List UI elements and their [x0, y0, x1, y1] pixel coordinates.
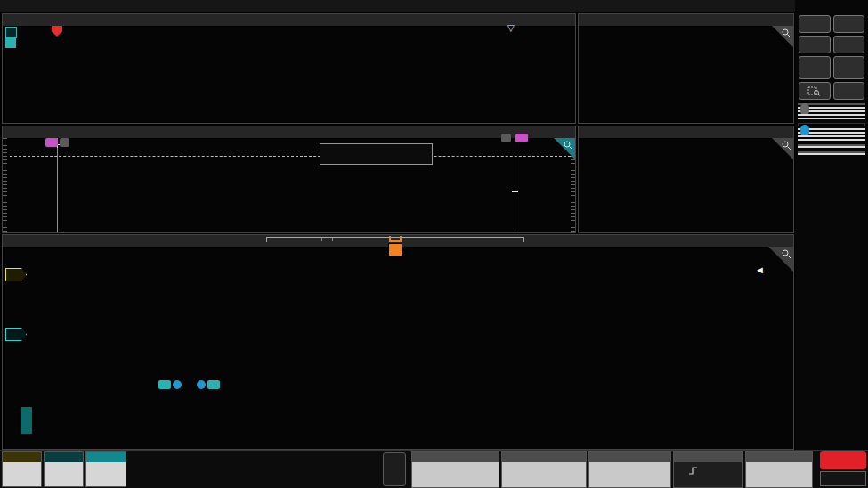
waveform-canvas[interactable] [3, 247, 792, 449]
eye-plot-canvas[interactable] [579, 26, 792, 123]
delta-t-readout [798, 135, 865, 137]
tie-histogram-panel [578, 126, 794, 233]
channel-n-badge[interactable] [5, 38, 16, 48]
trigger-badge[interactable] [673, 451, 743, 488]
zoom-tool-button[interactable] [799, 82, 831, 100]
magnifier-icon [781, 248, 792, 260]
meas2-body [798, 153, 865, 155]
rising-edge-icon [688, 466, 698, 476]
cursor-a-line[interactable] [57, 138, 58, 232]
datetime-display [820, 471, 866, 486]
cursor-b-badge[interactable] [501, 134, 511, 142]
cursor-c2-badge-b[interactable] [207, 380, 220, 389]
trigger-position-marker[interactable] [388, 243, 402, 256]
cursor-a-badge[interactable] [173, 380, 182, 389]
eye-diagram-panel [578, 13, 794, 124]
delta-y-readout [798, 118, 865, 119]
callout-button[interactable] [833, 15, 865, 33]
cursor-b-readout [798, 110, 865, 112]
tie-spectrum-panel [2, 126, 576, 233]
p2-marker-badge-right[interactable] [515, 134, 528, 142]
waveform-view-panel: ◄ [2, 234, 794, 450]
p2-marker-badge[interactable] [45, 138, 58, 147]
run-stop-status-button[interactable] [820, 451, 866, 469]
horizontal-badge[interactable] [588, 451, 671, 488]
delta-v-readout [798, 139, 865, 141]
threshold-dashed-line [10, 156, 571, 157]
ch1-settings-badge[interactable] [2, 451, 42, 487]
zoom-box-icon [807, 85, 821, 97]
cursor-a-badge[interactable] [60, 138, 69, 147]
ch2-math-settings-badge[interactable] [85, 451, 126, 487]
overview-thumbnail[interactable] [320, 143, 433, 165]
meas1-body [798, 146, 865, 148]
math-badge[interactable] [21, 407, 32, 434]
bottom-bar [0, 450, 868, 488]
cursor-c2-badge-a[interactable] [158, 380, 171, 389]
menu-bar [0, 0, 806, 12]
plot1-header[interactable] [579, 14, 793, 27]
more-button[interactable] [833, 82, 865, 100]
ch2-settings-badge[interactable] [44, 451, 84, 487]
cursor-b-crosshair[interactable] [512, 189, 518, 195]
acquisition-badge[interactable] [745, 451, 813, 488]
measure-button[interactable] [799, 36, 831, 53]
ch2-name [45, 452, 83, 462]
left-ruler [3, 138, 7, 232]
tektronix-logo [795, 0, 868, 12]
ch2-math-name [86, 452, 126, 462]
overview-mini-canvas [320, 144, 430, 162]
spectrum-plot-canvas[interactable] [3, 26, 574, 123]
oscilloscope-screen: ▽ [0, 0, 868, 488]
ch1-name [3, 452, 41, 462]
search-button[interactable] [833, 36, 865, 53]
spectrum-view-header[interactable] [3, 14, 575, 27]
cursors-button[interactable] [799, 15, 831, 33]
plot-button[interactable] [833, 56, 865, 79]
trigger-handle-icon[interactable] [389, 236, 402, 242]
white-marker-icon[interactable]: ▽ [507, 23, 515, 33]
mouse-pointer-icon: ◄ [755, 264, 765, 275]
spectrum-badge[interactable] [501, 451, 587, 488]
tie-plot-canvas[interactable] [3, 138, 574, 232]
channel-c-badge[interactable] [5, 27, 17, 38]
afg-badge[interactable] [411, 451, 499, 488]
results-table-button[interactable] [799, 56, 831, 79]
cursor-b-badge[interactable] [197, 380, 206, 389]
histogram-canvas[interactable] [579, 138, 792, 232]
plot2-header[interactable] [3, 126, 575, 139]
right-sidebar [795, 0, 868, 450]
sidebar-buttons [795, 15, 868, 100]
cursor-b-line[interactable] [515, 138, 515, 232]
spectrum-view-panel: ▽ [2, 13, 576, 124]
delta-x-readout [798, 114, 865, 116]
dvm-button[interactable] [383, 452, 406, 486]
plot3-header[interactable] [579, 126, 793, 139]
time-cursor-b-readout [798, 132, 865, 134]
